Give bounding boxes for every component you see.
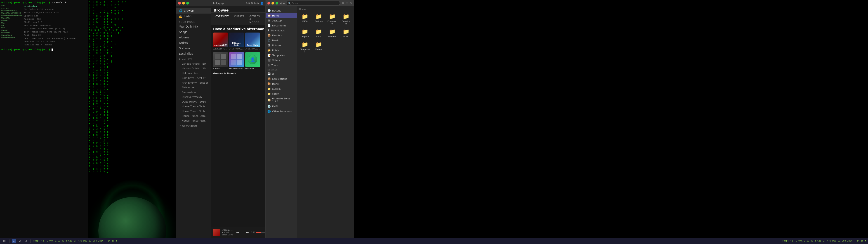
files-sidebar-dropbox[interactable]: 📦 Dropbox xyxy=(266,33,297,38)
new-playlist-btn[interactable]: + New Playlist xyxy=(176,123,211,128)
playlist-item-3[interactable]: Heldmachine xyxy=(176,71,211,76)
files-sidebar-other-locations[interactable]: 🌐 Other Locations xyxy=(266,109,297,114)
progress-bar[interactable] xyxy=(256,232,266,233)
files-back-icon[interactable]: ◀ xyxy=(280,2,281,5)
file-item-documents[interactable]: 📁 Documents xyxy=(327,12,338,26)
files-max-btn[interactable] xyxy=(276,2,278,4)
sidebar-item-daily-mix[interactable]: Your Daily Mix xyxy=(176,24,211,29)
card-new-releases[interactable]: New releases xyxy=(229,52,244,70)
playlist-item-11[interactable]: House Trance Techno... xyxy=(176,109,211,114)
taskbar-ws2[interactable]: 2 xyxy=(18,239,22,243)
card-deep-mode[interactable]: Deep Mode 16,052 FOLLOWERS xyxy=(245,33,260,50)
matrix-row: \ H x J J – A T M A j xyxy=(89,1,176,4)
card-discover[interactable]: 👤 Discover xyxy=(245,52,260,70)
playlist-item-4[interactable]: Cold Cave - best of xyxy=(176,76,211,81)
playlist-item-9[interactable]: Quite Heavy - 2016 xyxy=(176,99,211,104)
file-item-public[interactable]: 📁 Public xyxy=(340,28,352,39)
files-sidebar-trash[interactable]: 🗑 Trash xyxy=(266,63,297,68)
sidebar-item-albums[interactable]: Albums xyxy=(176,35,211,40)
maximize-btn[interactable] xyxy=(186,2,189,4)
list-view-icon[interactable]: ≡ xyxy=(346,2,348,5)
matrix-row: x b x j J n xyxy=(89,153,176,156)
playlist-item-2[interactable]: Various Artists – 20 Y... xyxy=(176,66,211,71)
taskbar-menu-btn[interactable]: ▤ xyxy=(2,239,7,243)
files-sidebar-data[interactable]: 💿 DATA xyxy=(266,104,297,109)
grid-view-icon[interactable]: ⊞ xyxy=(342,2,344,5)
user-icon[interactable]: 👤 xyxy=(260,2,264,5)
files-search-bar[interactable]: 🔍 Search xyxy=(286,1,340,5)
files-sidebar-documents[interactable]: 📄 Documents xyxy=(266,23,297,28)
file-item-dropbox[interactable]: 📁 Dropbox xyxy=(299,28,311,39)
file-item-music[interactable]: 📁 Music xyxy=(313,28,325,39)
files-sidebar-ultimate-solus[interactable]: 📀 Ultimate-Solus-1.2.1 xyxy=(266,96,297,104)
trash-icon: 🗑 xyxy=(268,64,270,67)
matrix-row: n x b J F j xyxy=(89,145,176,148)
card-electronow[interactable]: electroNOW 3,576,856 FOLLOWERS xyxy=(213,33,228,50)
playlist-item-8[interactable]: Discover Weekly xyxy=(176,95,211,99)
files-sidebar-corky[interactable]: 📁 corky xyxy=(266,91,297,96)
files-sidebar-templates[interactable]: 📝 Templates xyxy=(266,53,297,58)
terminal-prompt-2[interactable]: erik (~) greetings, earthling [0bj]$ █ xyxy=(1,48,87,51)
files-sidebar-pictures[interactable]: 🖼 Pictures xyxy=(266,43,297,48)
sidebar-item-songs[interactable]: Songs xyxy=(176,29,211,35)
terminal-panel[interactable]: erik (~) greetings, earthling [0bj]$ scr… xyxy=(0,0,88,238)
files-sidebar-downloads[interactable]: ⬇ Downloads xyxy=(266,28,297,33)
tab-genres[interactable]: GENRES & MOODS xyxy=(247,14,262,25)
sidebar-item-local-files[interactable]: Local Files xyxy=(176,51,211,57)
playlist-item-5[interactable]: Arch Enemy – best of xyxy=(176,81,211,85)
sidebar-item-radio[interactable]: 📻 Radio xyxy=(176,13,211,19)
tab-new-releases[interactable]: NEW RELEASES xyxy=(263,14,266,25)
file-item-videos[interactable]: 📁 Videos xyxy=(313,40,325,54)
settings-icon[interactable]: ⚙ xyxy=(349,2,352,5)
files-sidebar-desktop[interactable]: 🖥 Desktop xyxy=(266,18,297,23)
files-sidebar-home[interactable]: 🏠 Home xyxy=(266,13,297,18)
matrix-row: T x J F b j V xyxy=(89,46,176,49)
files-forward-icon[interactable]: ▶ xyxy=(283,2,285,5)
files-sidebar-videos[interactable]: 🎬 Videos xyxy=(266,58,297,63)
files-sidebar-music[interactable]: 🎵 Music xyxy=(266,38,297,43)
taskbar-ws3[interactable]: 3 xyxy=(24,239,28,243)
sidebar-item-artists[interactable]: Artists xyxy=(176,40,211,45)
files-sidebar-icons[interactable]: 🎨 icons xyxy=(266,81,297,86)
matrix-row: $ k y r B m j xyxy=(89,35,176,38)
playlist-item-6[interactable]: Eisbrecher xyxy=(176,85,211,90)
close-btn[interactable] xyxy=(178,2,181,4)
card-ultimate-indie[interactable]: Ultimate Indie 241,879 FOLLOWERS xyxy=(229,33,244,50)
sidebar-item-browse[interactable]: 🌐 Browse xyxy=(176,8,211,13)
prev-btn[interactable]: ⏮ xyxy=(236,231,239,235)
playlist-item-1[interactable]: Various Artists – EUR... xyxy=(176,61,211,66)
player-progress: 0:47 1:16 xyxy=(251,231,266,234)
playlist-item-13[interactable]: House Trance Techno... xyxy=(176,118,211,123)
file-name-documents: Documents xyxy=(327,20,338,25)
home-icon: 🏠 xyxy=(268,14,271,17)
card-charts[interactable]: Charts xyxy=(213,52,228,70)
files-sidebar-aurelia[interactable]: 📁 aurelia xyxy=(266,86,297,91)
file-item-desktop[interactable]: 📁 Desktop xyxy=(313,12,325,26)
playlist-item-12[interactable]: House Trance Techno... xyxy=(176,114,211,118)
playlist-item-7[interactable]: Rammstein xyxy=(176,90,211,95)
playlist-item-10[interactable]: House Trance Techno... xyxy=(176,104,211,109)
play-pause-btn[interactable]: ⏸ xyxy=(240,230,245,235)
file-item-downloads[interactable]: 📁 Downloads xyxy=(340,12,352,26)
files-sidebar-recent[interactable]: 🕐 Recent xyxy=(266,8,297,13)
tab-overview[interactable]: OVERVIEW xyxy=(213,14,231,25)
files-min-btn[interactable] xyxy=(272,2,274,4)
terminal-ascii: eee eee ee wwwwwwwwweeee wwwwwwwwwweeeee… xyxy=(1,5,22,47)
folder-icon-downloads: 📁 xyxy=(343,13,349,20)
taskbar-status-right: Temp: 42 °C 07% 0.13 98.5 GiB 2: 47% Wed… xyxy=(782,240,866,242)
files-close-btn[interactable] xyxy=(268,2,270,4)
file-item-pictures[interactable]: 📁 Pictures xyxy=(327,28,338,39)
taskbar-status-left: Temp: 42 °C 07% 0.13 98.5 GiB 2: 47% Wed… xyxy=(33,240,117,242)
file-item-data[interactable]: 📁 DATA xyxy=(299,12,311,26)
taskbar-ws1[interactable]: 1 xyxy=(12,239,16,243)
files-sidebar-public[interactable]: 📂 Public xyxy=(266,48,297,53)
files-sidebar-applications[interactable]: 📦 applications xyxy=(266,77,297,81)
tab-charts[interactable]: CHARTS xyxy=(232,14,246,25)
next-btn[interactable]: ⏭ xyxy=(246,231,249,235)
taskbar-sep-1: | xyxy=(8,239,10,243)
sidebar-item-stations[interactable]: Stations xyxy=(176,45,211,51)
file-item-templates[interactable]: 📁 Templates xyxy=(299,40,311,54)
taskbar: ▤ | 1 2 3 | Temp: 42 °C 07% 0.13 98.5 Gi… xyxy=(0,238,868,244)
minimize-btn[interactable] xyxy=(182,2,185,4)
files-sidebar-d[interactable]: 💾 d xyxy=(266,71,297,77)
